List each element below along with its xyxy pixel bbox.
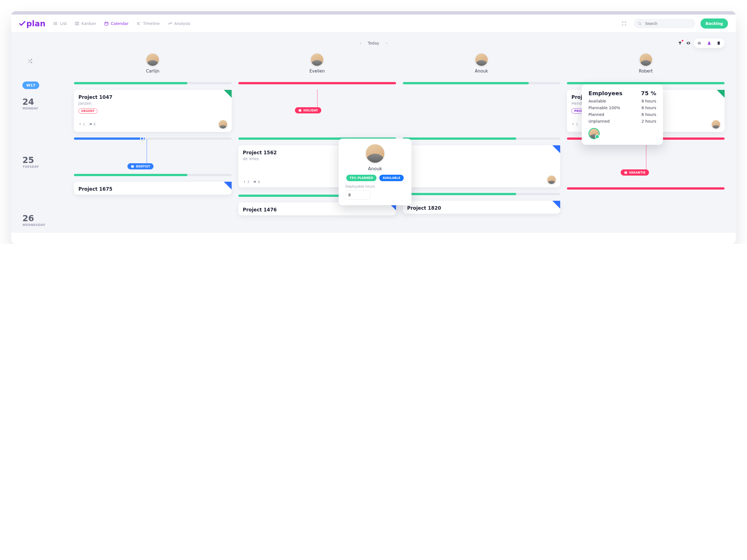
next-button[interactable]: ›: [386, 41, 388, 45]
attachments: 3: [243, 180, 250, 184]
calendar-small-icon: [131, 165, 134, 168]
upload-icon: [571, 123, 575, 126]
popover-title: Employees: [589, 90, 622, 97]
shuffle-button[interactable]: [25, 56, 35, 66]
attachments: 1: [78, 122, 85, 126]
corner-flag: [717, 90, 725, 98]
subheader: ‹ Today ›: [11, 33, 736, 53]
timeline-icon: [136, 21, 141, 26]
holiday-tag[interactable]: HOLIDAY: [295, 107, 321, 113]
comments: 8: [253, 180, 260, 184]
view-kanban[interactable]: Kanban: [75, 21, 96, 26]
view-timeline[interactable]: Timeline: [136, 21, 160, 26]
svg-rect-21: [624, 171, 627, 174]
urgent-tag: URGENT: [78, 108, 98, 114]
project-card[interactable]: Project 1047 Janzen URGENT 1 6: [74, 90, 232, 132]
calendar-small-icon: [298, 109, 302, 112]
comments: 6: [89, 122, 96, 126]
filter-badge: [681, 39, 684, 42]
project-card[interactable]: Project 1675: [74, 182, 232, 195]
backlog-button[interactable]: Backlog: [700, 19, 728, 29]
columns-icon: [75, 21, 79, 26]
expand-icon: [621, 21, 626, 26]
view-list-label: List: [60, 21, 67, 26]
svg-rect-20: [299, 109, 301, 112]
svg-line-17: [640, 24, 641, 25]
planned-pill: 75% PLANNED: [346, 175, 377, 181]
svg-point-4: [54, 23, 54, 24]
corner-flag: [552, 201, 560, 209]
filter-button[interactable]: [677, 40, 683, 46]
users-icon: [707, 41, 712, 45]
capacity-bar: [403, 193, 561, 195]
fullscreen-button[interactable]: [619, 19, 629, 28]
chart-icon: [168, 21, 172, 26]
calendar-board: W17 24MONDAY 25TUESDAY 26WEDNESDAY Carli…: [11, 53, 736, 233]
logo: plan: [19, 19, 45, 28]
svg-point-5: [54, 24, 54, 25]
popover-name: Anouk: [368, 166, 382, 171]
plugin-button[interactable]: [697, 40, 703, 46]
card-title: Project 1047: [78, 95, 227, 100]
calendar-icon: [104, 21, 109, 26]
search-bar[interactable]: [634, 19, 695, 28]
dentist-tag[interactable]: DENTIST: [127, 163, 154, 169]
avatar: [147, 53, 159, 66]
avatar: [311, 53, 323, 66]
cylinder-icon: [717, 41, 721, 45]
date-column: W17 24MONDAY 25TUESDAY 26WEDNESDAY: [22, 53, 67, 233]
capacity-bar: [567, 82, 725, 84]
project-card[interactable]: [403, 145, 561, 187]
hours-input[interactable]: [345, 190, 370, 199]
day-cell: 26WEDNESDAY: [22, 213, 67, 227]
search-icon: [638, 21, 642, 26]
assignee-avatar: [712, 120, 720, 129]
view-calendar[interactable]: Calendar: [104, 21, 129, 26]
view-list[interactable]: List: [53, 21, 67, 26]
event-block: DENTIST: [74, 137, 232, 168]
team-button[interactable]: [706, 40, 712, 46]
check-icon: [19, 20, 26, 27]
day-cell: 25TUESDAY: [22, 155, 67, 168]
corner-flag: [224, 182, 232, 190]
view-tabs: List Kanban Calendar Timeline Analysis: [53, 21, 190, 26]
attachments: 1: [571, 122, 578, 126]
person-name: Anouk: [475, 69, 488, 74]
vakantie-tag[interactable]: VAKANTIE: [621, 169, 649, 176]
view-analysis[interactable]: Analysis: [168, 21, 190, 26]
capacity-bar: [403, 82, 561, 84]
upload-icon: [243, 180, 246, 184]
capacity-bar: [567, 187, 725, 190]
topbar: plan List Kanban Calendar Timeline Analy…: [11, 15, 736, 33]
card-title: Project 1476: [243, 207, 391, 213]
lane-anouk: Anouk Project 1820: [403, 53, 561, 233]
visibility-button[interactable]: [686, 40, 692, 46]
group-toggle: [694, 38, 725, 48]
resources-button[interactable]: [716, 40, 722, 46]
list-icon: [53, 21, 58, 26]
view-kanban-label: Kanban: [81, 21, 96, 26]
avatar: [640, 53, 652, 66]
svg-rect-9: [105, 22, 108, 25]
date-nav: ‹ Today ›: [360, 41, 388, 45]
prev-button[interactable]: ‹: [360, 41, 361, 45]
upload-icon: [78, 123, 82, 126]
search-input[interactable]: [644, 21, 690, 26]
popover-percent: 75 %: [641, 90, 656, 97]
logo-text: plan: [26, 19, 45, 28]
avatar: [475, 53, 488, 66]
project-card[interactable]: Project 1820: [403, 201, 561, 214]
available-pill: AVAILABLE: [379, 175, 404, 181]
person-popover: Anouk 75% PLANNED AVAILABLE Deployable h…: [339, 139, 411, 205]
person-name: Robert: [639, 69, 653, 74]
shuffle-icon: [27, 58, 32, 63]
event-block: VAKANTIE: [567, 145, 725, 182]
lane-carlijn: Carlijn Project 1047 Janzen URGENT 1 6 D…: [74, 53, 232, 233]
employees-popover: Employees75 % Available8 hours Plannable…: [582, 84, 663, 145]
today-label[interactable]: Today: [368, 41, 379, 45]
view-calendar-label: Calendar: [111, 21, 129, 26]
corner-flag: [552, 145, 560, 153]
view-analysis-label: Analysis: [174, 21, 190, 26]
chat-icon: [253, 180, 257, 184]
avatar: [366, 144, 384, 163]
